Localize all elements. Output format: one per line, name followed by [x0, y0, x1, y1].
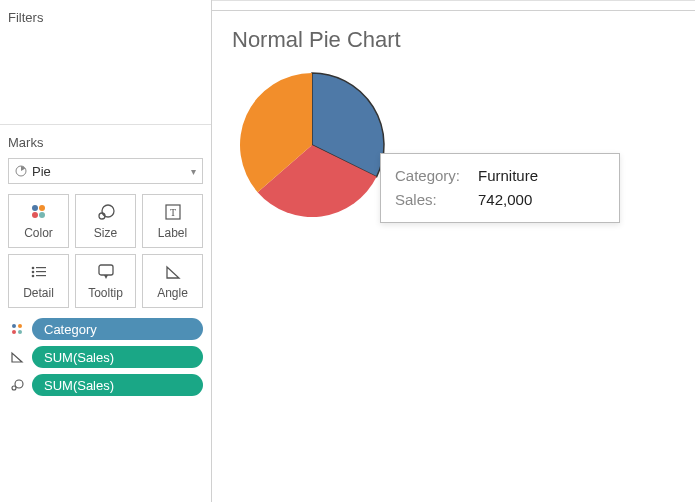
tooltip-value: 742,000 — [478, 188, 532, 212]
svg-point-16 — [12, 324, 16, 328]
size-icon — [96, 202, 116, 222]
marks-grid: Color Size T — [8, 194, 203, 308]
marks-section: Marks Pie ▾ — [0, 125, 211, 502]
pill-row[interactable]: SUM(Sales) — [8, 346, 203, 368]
svg-rect-10 — [36, 267, 46, 268]
pill-label: SUM(Sales) — [44, 378, 114, 393]
pill-label: Category — [44, 322, 97, 337]
size-label: Size — [94, 226, 117, 240]
svg-point-19 — [18, 330, 22, 334]
sidebar: Filters Marks Pie ▾ — [0, 0, 212, 502]
detail-icon — [30, 262, 48, 282]
color-label: Color — [24, 226, 53, 240]
color-icon — [30, 202, 48, 222]
pie-chart[interactable]: Category: Furniture Sales: 742,000 — [232, 65, 392, 225]
svg-point-17 — [18, 324, 22, 328]
size-indicator-icon — [8, 378, 26, 392]
svg-rect-12 — [36, 271, 46, 272]
detail-label: Detail — [23, 286, 54, 300]
pills-list: Category SUM(Sales) — [8, 318, 203, 396]
pill-sum-sales-size[interactable]: SUM(Sales) — [32, 374, 203, 396]
pill-category[interactable]: Category — [32, 318, 203, 340]
pill-sum-sales-angle[interactable]: SUM(Sales) — [32, 346, 203, 368]
size-button[interactable]: Size — [75, 194, 136, 248]
marks-type-dropdown[interactable]: Pie ▾ — [8, 158, 203, 184]
pill-label: SUM(Sales) — [44, 350, 114, 365]
angle-indicator-icon — [8, 351, 26, 363]
detail-button[interactable]: Detail — [8, 254, 69, 308]
tooltip-label: Category: — [395, 164, 470, 188]
label-label: Label — [158, 226, 187, 240]
pill-row[interactable]: Category — [8, 318, 203, 340]
svg-point-4 — [39, 212, 45, 218]
marks-title: Marks — [8, 135, 203, 150]
angle-button[interactable]: Angle — [142, 254, 203, 308]
pie-icon — [15, 165, 27, 177]
filters-section: Filters — [0, 0, 211, 125]
color-indicator-icon — [8, 322, 26, 336]
svg-point-3 — [32, 212, 38, 218]
tooltip-value: Furniture — [478, 164, 538, 188]
pill-row[interactable]: SUM(Sales) — [8, 374, 203, 396]
main-view: Normal Pie Chart Category: Furniture Sal… — [212, 0, 695, 502]
tooltip-button[interactable]: Tooltip — [75, 254, 136, 308]
svg-point-18 — [12, 330, 16, 334]
chart-title: Normal Pie Chart — [232, 27, 675, 53]
svg-text:T: T — [169, 207, 175, 218]
marks-type-label: Pie — [32, 164, 51, 179]
angle-label: Angle — [157, 286, 188, 300]
tooltip-icon — [97, 262, 115, 282]
svg-point-21 — [12, 386, 16, 390]
label-icon: T — [164, 202, 182, 222]
svg-rect-14 — [36, 275, 46, 276]
svg-rect-15 — [99, 265, 113, 275]
label-button[interactable]: T Label — [142, 194, 203, 248]
svg-point-13 — [31, 275, 34, 278]
chevron-down-icon: ▾ — [191, 166, 196, 177]
angle-icon — [164, 262, 182, 282]
tooltip: Category: Furniture Sales: 742,000 — [380, 153, 620, 223]
chart-area: Normal Pie Chart Category: Furniture Sal… — [212, 11, 695, 241]
svg-point-1 — [32, 205, 38, 211]
tooltip-label: Sales: — [395, 188, 470, 212]
color-button[interactable]: Color — [8, 194, 69, 248]
svg-point-2 — [39, 205, 45, 211]
svg-point-5 — [102, 205, 114, 217]
tooltip-label: Tooltip — [88, 286, 123, 300]
svg-point-11 — [31, 271, 34, 274]
svg-point-9 — [31, 267, 34, 270]
filters-title: Filters — [8, 10, 203, 25]
